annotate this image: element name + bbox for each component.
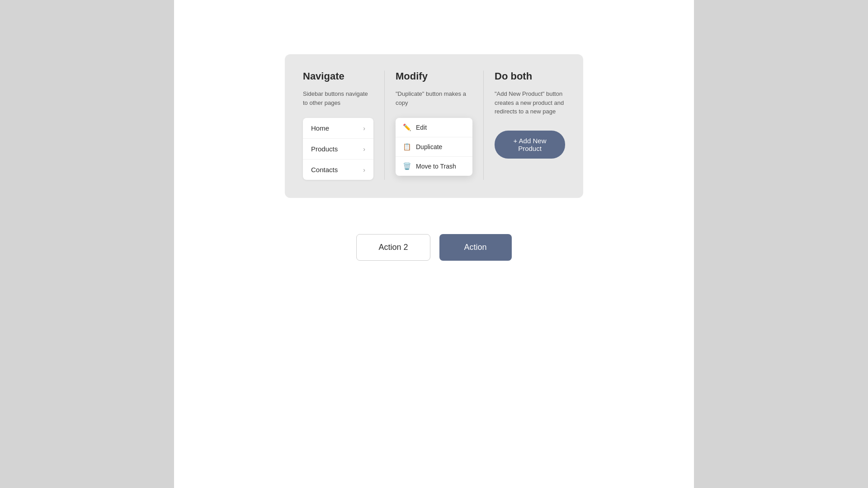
dropdown-item-edit[interactable]: ✏️ Edit — [396, 118, 472, 137]
do-both-description: "Add New Product" button creates a new p… — [495, 89, 565, 116]
do-both-title: Do both — [495, 70, 565, 82]
sidebar-menu: Home › Products › Contacts › — [303, 118, 373, 180]
info-card: Navigate Sidebar buttons navigate to oth… — [285, 54, 583, 198]
edit-icon: ✏️ — [403, 123, 411, 131]
divider-2 — [483, 70, 484, 180]
trash-icon: 🗑️ — [403, 162, 411, 170]
sidebar-item-products-label: Products — [311, 145, 338, 153]
divider-1 — [384, 70, 385, 180]
chevron-right-icon: › — [363, 145, 365, 153]
dropdown-item-edit-label: Edit — [416, 124, 427, 131]
sidebar-item-contacts[interactable]: Contacts › — [303, 160, 373, 180]
modify-section: Modify "Duplicate" button makes a copy ✏… — [396, 70, 472, 180]
dropdown-item-trash-label: Move to Trash — [416, 163, 456, 170]
sidebar-item-home-label: Home — [311, 124, 329, 132]
action-button[interactable]: Action — [439, 234, 512, 261]
sidebar-item-products[interactable]: Products › — [303, 139, 373, 160]
add-new-product-button[interactable]: + Add New Product — [495, 131, 565, 159]
dropdown-menu: ✏️ Edit 📋 Duplicate 🗑️ Move to Trash — [396, 118, 472, 176]
dropdown-item-duplicate-label: Duplicate — [416, 143, 442, 150]
action2-button[interactable]: Action 2 — [356, 234, 430, 261]
navigate-title: Navigate — [303, 70, 373, 82]
buttons-row: Action 2 Action — [356, 234, 511, 261]
dropdown-item-duplicate[interactable]: 📋 Duplicate — [396, 137, 472, 157]
sidebar-item-home[interactable]: Home › — [303, 118, 373, 139]
dropdown-item-trash[interactable]: 🗑️ Move to Trash — [396, 157, 472, 176]
sidebar-item-contacts-label: Contacts — [311, 166, 338, 174]
do-both-section: Do both "Add New Product" button creates… — [495, 70, 565, 180]
chevron-right-icon: › — [363, 125, 365, 132]
modify-description: "Duplicate" button makes a copy — [396, 89, 472, 107]
duplicate-icon: 📋 — [403, 143, 411, 151]
navigate-description: Sidebar buttons navigate to other pages — [303, 89, 373, 107]
chevron-right-icon: › — [363, 166, 365, 174]
navigate-section: Navigate Sidebar buttons navigate to oth… — [303, 70, 373, 180]
modify-title: Modify — [396, 70, 472, 82]
main-container: Navigate Sidebar buttons navigate to oth… — [174, 0, 694, 488]
